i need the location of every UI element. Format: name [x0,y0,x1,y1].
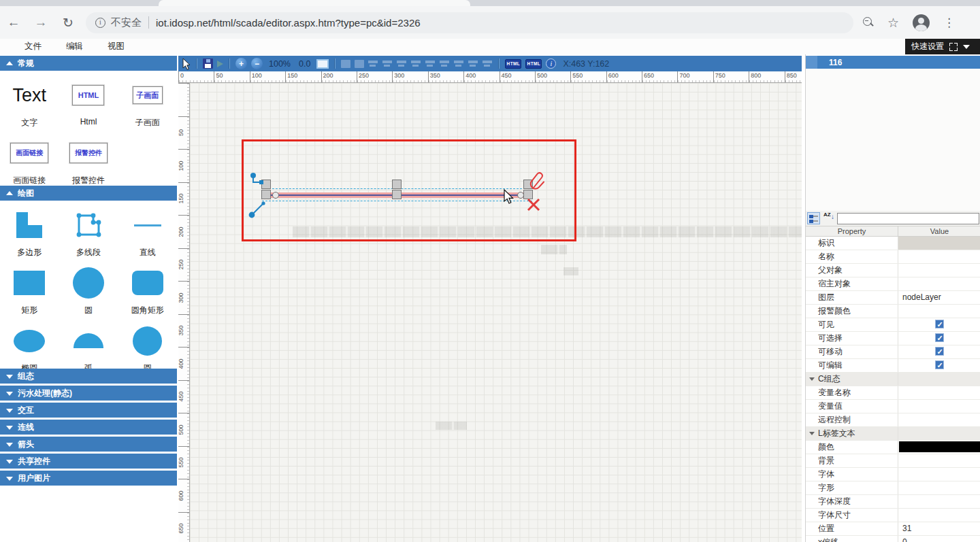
align-top-icon[interactable] [411,59,421,68]
palette-item-arc[interactable]: 弧 [59,316,118,374]
color-swatch[interactable] [899,441,980,452]
property-row[interactable]: 变量值 [806,400,980,413]
resize-handle-middle[interactable] [392,180,402,200]
property-row[interactable]: 可移动 [806,345,980,359]
property-value[interactable] [898,427,980,440]
align-right-icon[interactable] [397,59,407,68]
property-value[interactable] [898,264,980,277]
group-icon[interactable] [341,60,350,68]
property-row[interactable]: 位置 31 [806,522,980,536]
collapsed-section-header[interactable]: 交互 [0,403,177,418]
property-search-input[interactable] [837,213,979,224]
delete-x-icon[interactable] [526,197,541,212]
property-row[interactable]: 可见 [806,318,980,332]
zoom-out-page-icon[interactable] [863,17,874,28]
rotate-anchor-icon[interactable] [247,200,267,220]
palette-item-polygon[interactable]: 多边形 [0,201,59,258]
reload-icon[interactable]: ↻ [54,15,82,31]
same-size-icon[interactable] [483,59,493,68]
design-canvas[interactable] [190,83,802,542]
property-row[interactable]: 可选择 [806,332,980,345]
property-row[interactable]: 报警颜色 [806,305,980,318]
checkbox-checked-icon[interactable] [935,360,944,369]
property-value[interactable] [898,386,980,399]
collapsed-section-header[interactable]: 组态 [0,369,177,384]
property-row[interactable]: 字体 [806,468,980,481]
property-value[interactable] [898,359,980,372]
property-row[interactable]: 字形 [806,481,980,495]
back-icon[interactable]: ← [0,15,27,30]
sort-alphabetical-icon[interactable]: AZ ↓ [822,212,835,224]
palette-item-circle[interactable]: 圆 [59,258,118,316]
palette-item-screen-link[interactable]: 画面链接 画面链接 [0,129,59,186]
align-middle-icon[interactable] [425,59,436,68]
collapse-corners-icon[interactable] [949,43,958,51]
same-width-icon[interactable] [454,59,464,68]
palette-item-polyline[interactable]: 多线段 [59,201,118,258]
quick-settings-button[interactable]: 快速设置 [905,39,980,54]
property-row[interactable]: 变量名称 [806,386,980,400]
checkbox-checked-icon[interactable] [935,320,944,328]
browser-menu-icon[interactable]: ⋮ [943,16,955,30]
menu-item[interactable]: 编辑 [66,41,83,52]
checkbox-checked-icon[interactable] [935,333,944,342]
property-value[interactable] [898,400,980,413]
align-center-icon[interactable] [382,59,393,68]
menu-item[interactable]: 视图 [108,41,125,52]
run-preview-icon[interactable] [217,61,223,67]
property-value[interactable] [898,332,980,345]
screen-tree-area[interactable] [806,69,980,211]
property-row[interactable]: 远程控制 [806,413,980,427]
canvas-settings-icon[interactable] [316,59,329,69]
palette-item-ellipse[interactable]: 椭圆 [0,316,59,374]
active-tab[interactable] [159,0,470,6]
preview-html-icon[interactable]: HTML [525,59,542,69]
property-value[interactable]: 31 [898,522,980,535]
property-row[interactable]: 图层 nodeLayer [806,291,980,305]
property-value[interactable] [898,413,980,426]
property-value[interactable] [898,318,980,331]
property-value[interactable] [898,305,980,318]
property-row[interactable]: 字体深度 [806,495,980,509]
property-row[interactable]: L标签文本 [806,427,980,441]
collapsed-section-header[interactable]: 共享控件 [0,454,177,469]
palette-item-subscreen[interactable]: 子画面 子画面 [118,71,177,129]
screen-tree-selected-node[interactable]: 116 [806,56,980,69]
forward-icon[interactable]: → [27,15,54,30]
property-value[interactable] [898,509,980,522]
property-value[interactable] [898,345,980,358]
property-value[interactable] [898,237,980,250]
property-value[interactable] [898,277,980,290]
menu-item[interactable]: 文件 [24,41,42,52]
property-row[interactable]: 可编辑 [806,359,980,373]
endpoint-handle-left[interactable] [272,192,279,199]
property-row[interactable]: 父对象 [806,264,980,277]
dropdown-arrow-icon[interactable] [963,45,970,52]
collapsed-section-header[interactable]: 连线 [0,420,177,435]
palette-item-circle-2[interactable]: 圆 [118,316,177,374]
ungroup-icon[interactable] [355,60,364,68]
property-value[interactable]: 0 [898,536,980,542]
property-value[interactable] [898,373,980,386]
collapsed-section-header[interactable]: 污水处理(静态) [0,386,177,401]
save-icon[interactable] [203,58,213,69]
page-info-icon[interactable]: i [95,18,105,28]
palette-item-roundrect[interactable]: 圆角矩形 [118,258,177,316]
section-header-general[interactable]: 常规 [0,56,177,71]
endpoint-handle-right[interactable] [517,192,524,199]
property-value[interactable] [898,481,980,494]
export-html-icon[interactable]: HTML [505,59,521,69]
property-row[interactable]: 宿主对象 [806,277,980,291]
attach-paperclip-icon[interactable] [528,170,546,192]
bookmark-star-icon[interactable]: ☆ [887,15,899,31]
property-row[interactable]: 字体尺寸 [806,509,980,522]
connector-anchor-icon[interactable] [248,171,266,188]
property-row[interactable]: 颜色 #000000 [806,441,980,454]
zoom-out-icon[interactable]: − [251,58,263,69]
palette-item-html[interactable]: HTML Html [59,71,118,129]
collapsed-section-header[interactable]: 用户图片 [0,471,177,486]
address-bar[interactable]: i 不安全 iot.idosp.net/html/scada/editor.as… [86,12,853,33]
property-value[interactable]: #000000 [898,441,980,454]
section-header-drawing[interactable]: 绘图 [0,186,177,201]
property-row[interactable]: x偏移 0 [806,536,980,542]
